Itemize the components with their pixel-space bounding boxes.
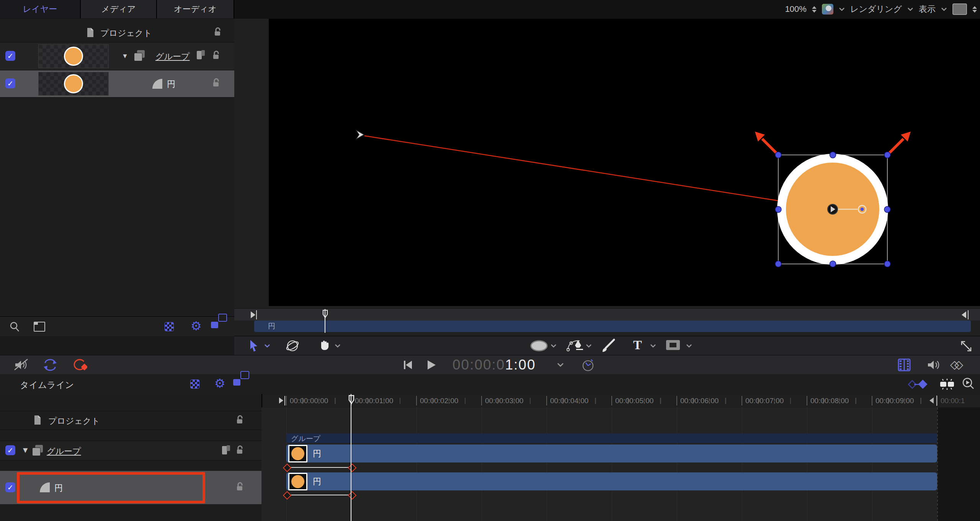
play-icon[interactable] (426, 360, 436, 372)
disclosure-triangle-icon[interactable]: ▼ (23, 446, 28, 454)
go-to-start-icon[interactable] (403, 360, 413, 371)
mini-timeline-ruler[interactable] (234, 308, 980, 321)
timeline-gear-icon[interactable]: ⚙ (214, 376, 225, 391)
playhead-pin-icon[interactable] (348, 395, 355, 405)
lock-icon[interactable] (211, 78, 221, 88)
motion-path-start-icon[interactable] (356, 130, 364, 139)
handle-top-right[interactable] (884, 152, 890, 158)
timer-icon[interactable] (581, 358, 595, 373)
circle-thumbnail[interactable] (38, 72, 109, 96)
group-thumbnail[interactable] (38, 44, 109, 68)
background-swatch-icon[interactable] (952, 3, 967, 15)
circle-row-selected[interactable]: 円 (0, 70, 234, 98)
timeline-project-row[interactable]: プロジェクト (0, 411, 261, 430)
show-audio-track-icon[interactable] (926, 358, 941, 373)
group-visibility-checkbox[interactable] (5, 445, 15, 455)
circle-visibility-checkbox[interactable] (5, 78, 15, 88)
timeline-zoom-icon[interactable] (962, 377, 975, 392)
audio-mute-icon[interactable] (14, 358, 29, 373)
handle-bottom-center[interactable] (830, 261, 836, 267)
record-icon[interactable] (72, 358, 87, 373)
ruler-label: 00:00:06:00 (680, 397, 719, 405)
timeline-header: タイムライン ⚙ (0, 374, 980, 394)
tab-layers[interactable]: レイヤー (0, 0, 81, 18)
hand-tool-icon[interactable] (318, 338, 331, 354)
timeline-playhead[interactable] (351, 394, 351, 521)
mini-playhead[interactable] (325, 309, 325, 333)
tab-media[interactable]: メディア (81, 0, 157, 18)
track-gridlines (286, 407, 937, 521)
handle-top-center[interactable] (830, 152, 836, 158)
select-tool-icon[interactable] (249, 339, 260, 352)
canvas-overlay (269, 19, 980, 306)
render-menu[interactable]: レンダリング (850, 3, 902, 15)
ruler-label: 00:00:08:00 (810, 397, 849, 405)
3d-transform-tool-icon[interactable] (285, 339, 300, 354)
zoom-stepper[interactable] (812, 6, 817, 13)
shape-tool-icon[interactable] (530, 340, 548, 354)
timeline-group-row[interactable]: ▼ グループ (0, 441, 261, 461)
ruler-label: 00:00:02:00 (420, 397, 458, 405)
bezier-tool-chevron-icon[interactable] (586, 344, 592, 348)
mini-play-range-start-icon[interactable] (251, 311, 255, 318)
lock-icon[interactable] (235, 445, 245, 456)
select-tool-chevron-icon[interactable] (264, 344, 270, 348)
bezier-tool-icon[interactable] (567, 338, 583, 355)
timeline-ruler[interactable]: 00:00:00:00 00:00:01:00 00:00:02:00 00:0… (261, 394, 980, 408)
mask-tool-chevron-icon[interactable] (686, 344, 692, 348)
handle-mid-left[interactable] (775, 207, 781, 213)
timecode-display[interactable]: 00:00:01:00 (452, 357, 536, 373)
blend-mode-icon[interactable] (196, 49, 207, 63)
background-stepper[interactable] (972, 6, 977, 13)
channel-swatch-icon[interactable] (822, 4, 833, 15)
blend-mode-icon[interactable] (221, 444, 233, 458)
group-visibility-checkbox[interactable] (5, 51, 15, 61)
search-icon[interactable] (9, 321, 20, 334)
expand-view-icon[interactable] (959, 339, 973, 355)
group-row[interactable]: ▼ グループ (0, 42, 234, 70)
lock-icon[interactable] (211, 50, 221, 61)
lock-icon[interactable] (235, 415, 245, 425)
trim-clips-icon[interactable] (937, 378, 957, 392)
mini-playhead-pin-icon[interactable] (322, 309, 329, 319)
display-menu[interactable]: 表示 (919, 3, 936, 15)
loop-playback-icon[interactable] (42, 358, 58, 373)
motion-path[interactable] (364, 136, 833, 209)
channel-chevron-icon[interactable] (839, 7, 845, 11)
handle-bottom-left[interactable] (775, 261, 781, 267)
filter-checkerboard-icon[interactable] (165, 322, 174, 331)
shape-tool-chevron-icon[interactable] (550, 344, 557, 348)
mini-play-range-end-icon[interactable] (962, 311, 966, 318)
project-row[interactable]: プロジェクト (0, 23, 234, 42)
circle-label[interactable]: 円 (167, 78, 175, 90)
project-end-marker-icon[interactable] (929, 397, 934, 404)
handle-top-left[interactable] (775, 152, 781, 158)
layout-columns-icon[interactable] (34, 322, 45, 332)
show-keyframes-icon[interactable]: ◇◇ (950, 358, 959, 371)
hand-tool-chevron-icon[interactable] (335, 344, 341, 348)
zoom-level-value[interactable]: 100% (785, 4, 807, 14)
gear-icon[interactable]: ⚙ (191, 319, 202, 333)
tab-audio[interactable]: オーディオ (157, 0, 234, 18)
text-tool-icon[interactable]: T (633, 339, 642, 352)
show-keyframes-toggle-icon[interactable] (908, 379, 929, 391)
disclosure-triangle-icon[interactable]: ▼ (122, 52, 128, 60)
timeline-tracks[interactable]: グループ 円 円 (261, 407, 980, 521)
timecode-chevron-icon[interactable] (557, 363, 564, 367)
handle-bottom-right[interactable] (884, 261, 890, 267)
group-track-bar[interactable]: グループ (286, 433, 937, 443)
text-tool-chevron-icon[interactable] (650, 344, 656, 348)
circle-visibility-checkbox[interactable] (5, 482, 15, 492)
mask-tool-icon[interactable] (666, 340, 680, 350)
timeline-filter-checkerboard-icon[interactable] (190, 379, 199, 389)
circle-track-bar-2[interactable]: 円 (286, 472, 937, 490)
handle-mid-right[interactable] (884, 207, 890, 213)
mini-timeline-bar[interactable]: 円 (254, 321, 971, 332)
circle-track-bar-1[interactable]: 円 (286, 444, 937, 462)
timeline-group-label[interactable]: グループ (47, 446, 81, 457)
show-video-track-icon[interactable] (897, 358, 911, 373)
lock-icon[interactable] (213, 27, 223, 37)
lock-icon[interactable] (235, 482, 245, 492)
paint-tool-icon[interactable] (600, 338, 616, 355)
group-label[interactable]: グループ (155, 51, 190, 62)
